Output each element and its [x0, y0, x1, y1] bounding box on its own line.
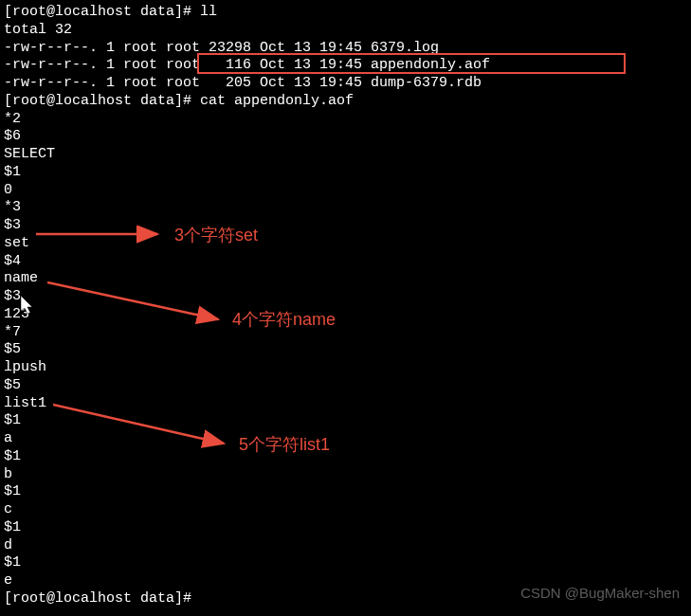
terminal-line: $1: [4, 448, 687, 466]
terminal-line: $3: [4, 217, 687, 235]
terminal-line: -rw-r--r--. 1 root root 23298 Oct 13 19:…: [4, 40, 687, 58]
terminal-prompt[interactable]: [root@localhost data]#: [4, 590, 687, 608]
terminal-line: lpush: [4, 359, 687, 377]
terminal-output: [root@localhost data]# ll total 32 -rw-r…: [4, 4, 687, 608]
terminal-line: b: [4, 466, 687, 484]
terminal-line: -rw-r--r--. 1 root root 116 Oct 13 19:45…: [4, 57, 687, 75]
terminal-line: e: [4, 572, 687, 590]
terminal-line: SELECT: [4, 146, 687, 164]
terminal-line: 0: [4, 182, 687, 200]
terminal-line: *3: [4, 199, 687, 217]
terminal-line: $5: [4, 377, 687, 395]
terminal-line: *2: [4, 111, 687, 129]
terminal-line: *7: [4, 324, 687, 342]
terminal-line: total 32: [4, 22, 687, 40]
terminal-line: 123: [4, 306, 687, 324]
terminal-line: $1: [4, 412, 687, 430]
terminal-line: d: [4, 537, 687, 555]
terminal-line: list1: [4, 395, 687, 413]
terminal-line: $3: [4, 288, 687, 306]
terminal-line: [root@localhost data]# cat appendonly.ao…: [4, 93, 687, 111]
terminal-line: -rw-r--r--. 1 root root 205 Oct 13 19:45…: [4, 75, 687, 93]
terminal-line: $6: [4, 128, 687, 146]
terminal-line: $5: [4, 341, 687, 359]
terminal-line: $4: [4, 253, 687, 271]
terminal-line: a: [4, 430, 687, 448]
terminal-line: $1: [4, 554, 687, 572]
terminal-line: name: [4, 270, 687, 288]
terminal-line: c: [4, 501, 687, 519]
terminal-line: $1: [4, 164, 687, 182]
terminal-line: $1: [4, 519, 687, 537]
terminal-line: [root@localhost data]# ll: [4, 4, 687, 22]
terminal-line: $1: [4, 483, 687, 501]
terminal-line: set: [4, 235, 687, 253]
